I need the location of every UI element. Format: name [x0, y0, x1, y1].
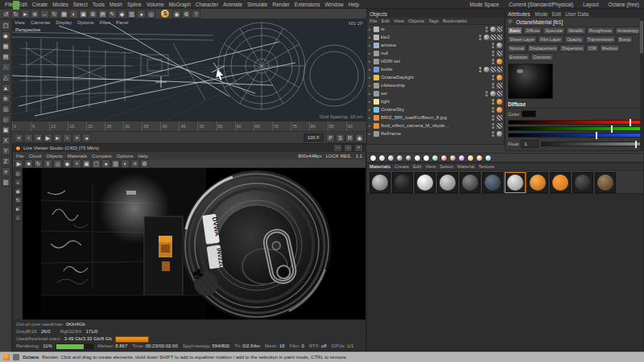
timeline-tick[interactable]: 10 [49, 121, 68, 131]
oct-tag-icon[interactable] [497, 99, 502, 105]
lv-subsample-icon[interactable]: ▥ [111, 159, 120, 168]
live-viewer-menu-item[interactable]: Compare [92, 154, 112, 158]
render-settings-icon[interactable]: ⚙ [89, 10, 97, 19]
materials-menu-item[interactable]: Create [394, 164, 409, 169]
lv-camera-tool-icon[interactable]: ◎ [14, 170, 22, 177]
model-mode-icon[interactable]: ◆ [2, 31, 10, 40]
color-swatch[interactable] [522, 110, 536, 117]
timeline-tick[interactable]: 90 [346, 121, 365, 131]
float-value-field[interactable]: 1. [521, 140, 539, 148]
object-row[interactable]: ▸ ReFrame [367, 130, 504, 138]
octane-material-preset-icon[interactable] [458, 154, 465, 162]
material-channel-tab[interactable]: Bump [617, 35, 633, 43]
viewport-menu-item[interactable]: Panel [116, 20, 128, 25]
octane-dialog-icon[interactable]: ◉ [172, 10, 181, 19]
object-row[interactable]: ▸ c4dworship [367, 81, 504, 89]
ph-tag-icon[interactable] [497, 43, 502, 48]
material-preview[interactable] [508, 64, 553, 99]
spline-icon[interactable]: ✎ [108, 10, 117, 19]
material-channel-tab[interactable]: IOR [586, 44, 599, 52]
texture-thumbnail[interactable] [526, 150, 540, 151]
oct-tag-icon[interactable] [497, 107, 502, 113]
menubar-item[interactable]: Character [193, 2, 221, 7]
camera-icon[interactable]: ◎ [147, 10, 155, 19]
snap-icon[interactable]: ◇ [2, 115, 10, 124]
octane-material-preset-icon[interactable] [405, 154, 412, 162]
timeline-tick[interactable]: 75 [291, 121, 309, 131]
lv-rotate-tool-icon[interactable]: ↻ [14, 196, 22, 204]
menubar-item[interactable]: Mesh [107, 2, 125, 7]
color-slider-g[interactable] [506, 125, 643, 132]
timeline-tick[interactable]: 15 [68, 121, 86, 131]
octane-settings-icon[interactable]: ⚙ [182, 10, 191, 19]
lv-pick-material-icon[interactable]: ◆ [63, 159, 72, 168]
lv-denoise-icon[interactable]: ◐ [121, 159, 130, 168]
lv-restart-icon[interactable]: ↻ [34, 159, 43, 168]
menubar-item[interactable]: Spline [125, 2, 144, 7]
attributes-scrollbar[interactable] [640, 18, 643, 150]
menubar-item[interactable]: Simulate [245, 2, 270, 7]
render-view[interactable]: ♣ DVWA INVZZL [23, 168, 365, 319]
visibility-dots[interactable] [492, 83, 494, 88]
object-row[interactable]: ▸ set [367, 89, 504, 97]
deformer-icon[interactable]: ▥ [127, 10, 136, 19]
expand-arrow-icon[interactable]: ▸ [369, 99, 372, 104]
material-channel-tab[interactable]: Normal [507, 44, 526, 52]
window-button[interactable]: ✕ [354, 144, 363, 152]
autokey-icon[interactable]: ◉ [355, 134, 364, 142]
edges-mode-icon[interactable]: △ [2, 73, 10, 82]
viewport-menu-item[interactable]: Cameras [31, 20, 50, 25]
expand-arrow-icon[interactable]: ▸ [369, 75, 372, 80]
timeline-tick[interactable]: 5 [31, 121, 49, 131]
prev-frame-icon[interactable]: ◄ [34, 134, 43, 142]
current-frame-marker[interactable] [13, 1, 19, 10]
material-thumbnail[interactable] [369, 172, 390, 193]
timeline-tick[interactable]: 55 [217, 121, 235, 131]
menubar-item[interactable]: Extensions [292, 2, 323, 7]
object-row[interactable]: ▸ fluid_effect_camera_M_skydepths_2048 [367, 121, 504, 130]
material-channel-tab[interactable]: Film Layer [538, 35, 564, 43]
material-channel-tab[interactable]: Opacity [564, 35, 584, 43]
keyframe-scale-icon[interactable]: S [336, 134, 345, 142]
timeline-tick[interactable]: 35 [142, 121, 160, 131]
attributes-menu-item[interactable]: Mode [535, 11, 547, 17]
ph-tag-icon[interactable] [484, 67, 489, 72]
material-thumbnail[interactable] [460, 172, 481, 193]
material-channel-tab[interactable]: Transmission [585, 35, 617, 43]
window-button[interactable]: □ [344, 144, 353, 152]
object-row[interactable]: ▸ HDRI set [367, 57, 504, 65]
timeline-ruler[interactable]: 051015202530354045505560657075808590 [12, 121, 366, 131]
object-row[interactable]: ▸ OctaneSky [367, 105, 504, 113]
tex-tag-icon[interactable] [497, 51, 502, 56]
attributes-menu-item[interactable]: User Data [565, 11, 588, 17]
tex-tag-icon[interactable] [497, 115, 502, 121]
tex-tag-icon[interactable] [497, 27, 502, 32]
material-channel-tab[interactable]: Diffuse [523, 27, 542, 35]
lv-pan-tool-icon[interactable]: + [14, 179, 22, 186]
timeline-tick[interactable]: 45 [179, 121, 197, 131]
frame-counter-field[interactable]: 100 F [303, 134, 324, 142]
prev-key-icon[interactable]: ‹ [24, 134, 33, 142]
coord-system-icon[interactable]: ▦ [60, 10, 68, 19]
layers-icon[interactable]: ▥ [2, 178, 10, 187]
tex-tag-icon[interactable] [497, 91, 502, 97]
material-channel-tab[interactable]: Roughness [587, 27, 614, 35]
visibility-dots[interactable] [492, 115, 494, 121]
expand-arrow-icon[interactable]: ▸ [369, 107, 372, 112]
expand-arrow-icon[interactable]: ▸ [369, 35, 372, 39]
octane-material-preset-icon[interactable] [431, 154, 439, 162]
expand-arrow-icon[interactable]: ▸ [369, 51, 372, 56]
oct-tag-icon[interactable] [497, 59, 502, 64]
viewport-menu-item[interactable]: Filter [100, 20, 110, 25]
attributes-menu-item[interactable]: Edit [552, 11, 561, 17]
live-viewer-res-control[interactable]: LOCK RES. [326, 154, 352, 158]
menubar-right-item[interactable]: Layout [580, 2, 601, 7]
visibility-dots[interactable] [492, 131, 494, 137]
menubar-right-item[interactable]: Octane (free) [606, 2, 642, 7]
expand-arrow-icon[interactable]: ▸ [369, 27, 372, 31]
timeline-tick[interactable]: 20 [86, 121, 105, 131]
live-viewer-menu-item[interactable]: Materials [68, 154, 87, 158]
polygons-mode-icon[interactable]: ▲ [2, 84, 10, 93]
material-thumbnail[interactable] [437, 172, 458, 193]
oct-tag-icon[interactable] [497, 75, 502, 80]
